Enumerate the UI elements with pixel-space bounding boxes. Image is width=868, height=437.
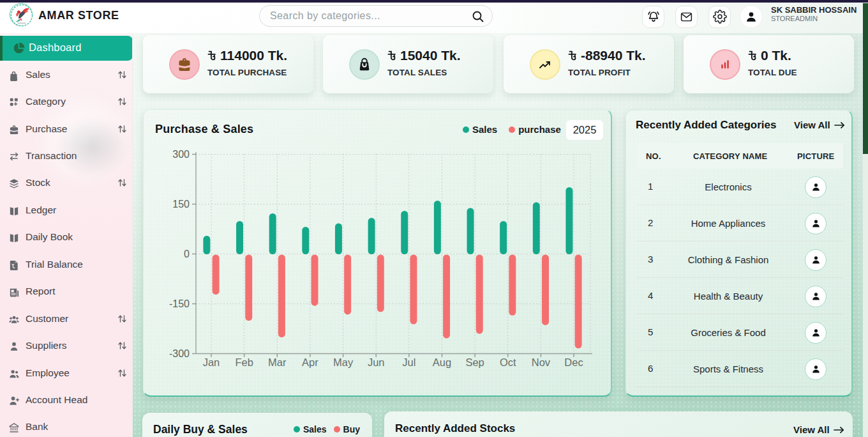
svg-text:Sep: Sep	[465, 356, 484, 368]
svg-text:Jun: Jun	[368, 356, 385, 368]
svg-text:300: 300	[172, 149, 190, 160]
svg-text:Jan: Jan	[203, 356, 220, 368]
svg-text:Mar: Mar	[268, 356, 287, 368]
svg-text:Jul: Jul	[402, 356, 415, 368]
svg-text:Dec: Dec	[564, 356, 583, 368]
svg-text:Nov: Nov	[532, 356, 551, 368]
svg-text:150: 150	[172, 199, 190, 210]
svg-text:0: 0	[184, 249, 190, 259]
svg-text:Feb: Feb	[235, 356, 253, 368]
svg-text:-300: -300	[169, 348, 190, 359]
svg-text:Aug: Aug	[433, 356, 451, 368]
svg-text:Oct: Oct	[500, 356, 516, 368]
svg-text:Apr: Apr	[302, 356, 318, 368]
svg-text:-150: -150	[169, 298, 190, 309]
svg-text:May: May	[333, 356, 354, 368]
